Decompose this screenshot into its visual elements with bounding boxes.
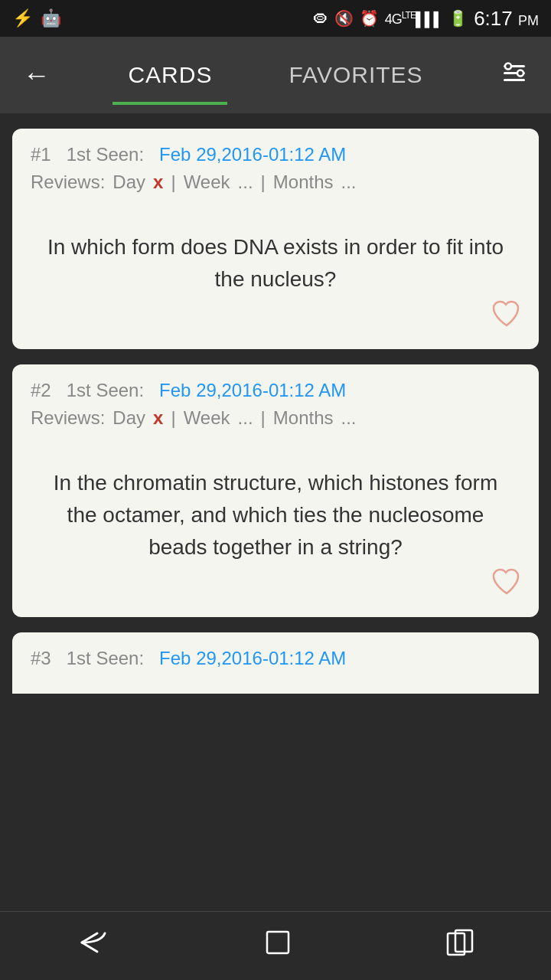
- card-3-seen-label: 1st Seen:: [67, 648, 144, 669]
- card-1-day-label: Day: [112, 172, 145, 193]
- card-1-week-label: Week: [184, 172, 230, 193]
- svg-point-4: [517, 70, 523, 76]
- card-3-seen-date: Feb 29,2016-01:12 AM: [159, 648, 346, 669]
- usb-icon: ⚡: [12, 8, 33, 28]
- status-bar-left: ⚡ 🤖: [12, 8, 61, 28]
- top-nav: ← CARDS FAVORITES: [0, 37, 551, 113]
- time-display: 6:17 PM: [474, 7, 539, 31]
- card-1-sep1: |: [171, 172, 175, 193]
- card-1-favorite-button[interactable]: [490, 296, 523, 337]
- card-2-seen-label: 1st Seen:: [67, 380, 144, 401]
- android-icon: 🤖: [41, 8, 61, 28]
- bottom-home-button[interactable]: [238, 918, 318, 974]
- card-1-question: In which form does DNA exists in order t…: [31, 208, 520, 334]
- card-1-months-val: ...: [341, 172, 357, 193]
- card-3-partial: #3 1st Seen: Feb 29,2016-01:12 AM: [12, 632, 539, 694]
- card-2-day-label: Day: [112, 407, 145, 429]
- bottom-recents-button[interactable]: [420, 918, 500, 974]
- tab-cards[interactable]: CARDS: [112, 54, 227, 96]
- mute-icon: 🔇: [334, 9, 354, 28]
- card-2-header: #2 1st Seen: Feb 29,2016-01:12 AM: [31, 380, 520, 401]
- svg-rect-2: [504, 79, 525, 81]
- card-1-seen-label: 1st Seen:: [67, 144, 144, 165]
- card-2-sep2: |: [261, 407, 266, 429]
- svg-rect-5: [267, 932, 289, 953]
- card-2: #2 1st Seen: Feb 29,2016-01:12 AM Review…: [12, 364, 539, 617]
- status-bar-right: ⭖ 🔇 ⏰ 4GLTE▌▌▌ 🔋 6:17 PM: [313, 7, 539, 31]
- card-2-question: In the chromatin structure, which histon…: [31, 444, 520, 602]
- card-1: #1 1st Seen: Feb 29,2016-01:12 AM Review…: [12, 129, 539, 349]
- card-2-months-label: Months: [273, 407, 334, 429]
- bottom-nav: [0, 911, 551, 980]
- card-1-reviews: Reviews: Day x | Week ... | Months ...: [31, 172, 520, 193]
- card-1-reviews-label: Reviews:: [31, 172, 105, 193]
- status-bar: ⚡ 🤖 ⭖ 🔇 ⏰ 4GLTE▌▌▌ 🔋 6:17 PM: [0, 0, 551, 37]
- card-1-seen-date: Feb 29,2016-01:12 AM: [159, 144, 346, 165]
- tab-favorites[interactable]: FAVORITES: [273, 54, 438, 96]
- card-2-week-val: ...: [238, 407, 253, 429]
- card-3-header: #3 1st Seen: Feb 29,2016-01:12 AM: [31, 648, 520, 669]
- card-1-week-val: ...: [238, 172, 253, 193]
- battery-icon: 🔋: [448, 9, 468, 28]
- card-3-number: #3: [31, 648, 51, 669]
- signal-label: 4GLTE▌▌▌: [385, 10, 442, 28]
- card-2-favorite-button[interactable]: [490, 564, 523, 605]
- card-2-week-label: Week: [184, 407, 230, 429]
- bluetooth-icon: ⭖: [313, 10, 328, 28]
- card-1-months-label: Months: [273, 172, 334, 193]
- alarm-icon: ⏰: [360, 9, 379, 28]
- back-button[interactable]: ←: [15, 51, 58, 99]
- card-1-sep2: |: [261, 172, 266, 193]
- svg-point-3: [505, 63, 511, 69]
- card-2-seen-date: Feb 29,2016-01:12 AM: [159, 380, 346, 401]
- card-1-day-val: x: [153, 172, 163, 193]
- card-2-reviews: Reviews: Day x | Week ... | Months ...: [31, 407, 520, 429]
- card-1-header: #1 1st Seen: Feb 29,2016-01:12 AM: [31, 144, 520, 165]
- card-list: #1 1st Seen: Feb 29,2016-01:12 AM Review…: [0, 113, 551, 911]
- bottom-back-button[interactable]: [51, 920, 135, 972]
- card-2-number: #2: [31, 380, 51, 401]
- card-2-sep1: |: [171, 407, 175, 429]
- filter-icon[interactable]: [493, 51, 536, 100]
- card-1-number: #1: [31, 144, 51, 165]
- card-2-reviews-label: Reviews:: [31, 407, 105, 429]
- nav-tabs: CARDS FAVORITES: [58, 54, 493, 96]
- card-2-day-val: x: [153, 407, 163, 429]
- card-2-months-val: ...: [341, 407, 357, 429]
